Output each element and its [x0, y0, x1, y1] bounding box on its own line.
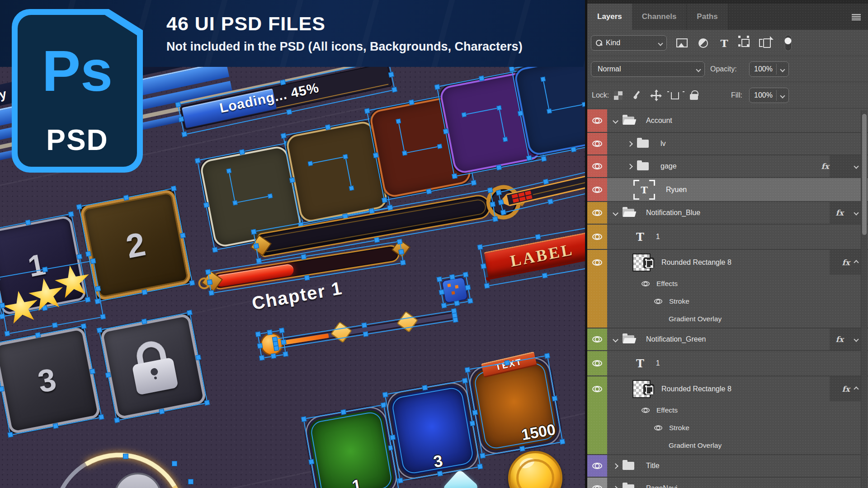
fx-toggle[interactable]: fx: [842, 376, 858, 401]
selection-handle[interactable]: [90, 369, 95, 375]
layer-row[interactable]: Title: [587, 454, 868, 477]
selection-handle[interactable]: [571, 146, 576, 152]
selection-handle[interactable]: [195, 355, 201, 361]
selection-handle[interactable]: [547, 198, 553, 204]
fx-toggle[interactable]: fx: [836, 202, 858, 224]
selection-handle[interactable]: [308, 459, 314, 465]
selection-handle[interactable]: [0, 386, 5, 392]
lock-image-pixels-button[interactable]: [632, 90, 642, 101]
filter-smart-objects-button[interactable]: [761, 37, 773, 49]
layer-color-visibility-cell[interactable]: [587, 250, 607, 275]
layer-row[interactable]: TRyuen: [587, 177, 868, 201]
layer-row-body[interactable]: TRyuen: [607, 178, 868, 201]
selection-handle[interactable]: [470, 421, 476, 427]
tab-layers[interactable]: Layers: [587, 4, 632, 30]
eye-icon[interactable]: [592, 117, 602, 124]
layer-row-body[interactable]: PageNavi: [607, 478, 868, 488]
eye-icon[interactable]: [592, 336, 602, 343]
selection-handle[interactable]: [467, 298, 473, 304]
layer-row-body[interactable]: Rounded Rectangle 8fx: [607, 376, 868, 401]
panel-menu-icon[interactable]: [852, 14, 861, 20]
selection-handle[interactable]: [462, 378, 468, 384]
selection-handle[interactable]: [159, 408, 165, 414]
selection-handle[interactable]: [544, 353, 550, 359]
layer-row[interactable]: T1: [587, 224, 868, 249]
selection-handle[interactable]: [535, 234, 541, 240]
selection-handle[interactable]: [99, 414, 104, 420]
item-slot-orange[interactable]: TEXT 1500: [468, 357, 561, 455]
selection-handle[interactable]: [212, 247, 218, 253]
level-button-3[interactable]: 3: [0, 326, 101, 434]
selection-handle[interactable]: [304, 275, 310, 281]
selection-handle[interactable]: [100, 314, 106, 320]
fx-toggle[interactable]: fx: [821, 155, 858, 177]
selection-handle[interactable]: [363, 331, 369, 337]
layer-color-visibility-cell[interactable]: [587, 310, 607, 328]
layer-color-visibility-cell[interactable]: [587, 419, 607, 436]
label-ribbon[interactable]: LABEL: [481, 227, 587, 286]
selection-handle[interactable]: [381, 402, 387, 408]
eye-icon[interactable]: [592, 463, 602, 469]
selection-handle[interactable]: [283, 351, 288, 357]
selection-handle[interactable]: [142, 319, 147, 324]
selection-handle[interactable]: [35, 332, 41, 338]
selection-handle[interactable]: [203, 202, 209, 208]
selection-handle[interactable]: [397, 478, 403, 483]
layer-row-body[interactable]: Stroke: [607, 292, 868, 310]
item-slot-green[interactable]: 1: [305, 406, 398, 488]
selection-handle[interactable]: [434, 84, 440, 90]
eye-icon[interactable]: [654, 299, 662, 304]
chevron-right-icon[interactable]: [613, 486, 618, 488]
selection-handle[interactable]: [452, 312, 458, 318]
layer-color-visibility-cell[interactable]: [587, 155, 607, 177]
selection-handle[interactable]: [560, 439, 566, 445]
selection-handle[interactable]: [271, 353, 277, 359]
selection-handle[interactable]: [453, 317, 458, 323]
lock-transparent-pixels-button[interactable]: [613, 90, 623, 101]
layer-row[interactable]: Notification_Greenfx: [587, 328, 868, 350]
eye-icon[interactable]: [592, 259, 602, 266]
layer-row[interactable]: T1: [587, 350, 868, 375]
layer-row-body[interactable]: Account: [607, 109, 868, 132]
selection-handle[interactable]: [496, 164, 502, 170]
selection-handle[interactable]: [286, 109, 292, 115]
selection-handle[interactable]: [25, 220, 31, 225]
layer-color-visibility-cell[interactable]: [587, 376, 607, 401]
layer-row-body[interactable]: T1: [607, 351, 868, 375]
chapter-progress-path[interactable]: [261, 301, 458, 360]
kind-filter-select[interactable]: Kind: [591, 35, 667, 51]
layer-list-scrollbar[interactable]: [861, 110, 867, 488]
eye-icon[interactable]: [592, 386, 602, 392]
layer-color-visibility-cell[interactable]: [587, 478, 607, 488]
lock-position-button[interactable]: [651, 90, 661, 101]
selection-handle[interactable]: [481, 263, 486, 269]
lock-all-button[interactable]: [689, 90, 699, 101]
chevron-down-icon[interactable]: [613, 118, 618, 124]
eye-icon[interactable]: [642, 408, 650, 413]
opacity-input[interactable]: 100%: [749, 61, 789, 77]
chapter-start-node[interactable]: [259, 331, 285, 357]
selection-handle[interactable]: [189, 280, 195, 286]
chevron-down-icon[interactable]: [854, 337, 859, 342]
selection-handle[interactable]: [5, 331, 10, 337]
selection-handle[interactable]: [437, 471, 443, 477]
filter-shape-layers-button[interactable]: [740, 37, 751, 49]
selection-handle[interactable]: [68, 211, 74, 217]
selection-handle[interactable]: [449, 274, 455, 280]
layer-row-body[interactable]: T1: [607, 225, 868, 249]
eye-icon[interactable]: [592, 360, 602, 366]
chapter-waypoint[interactable]: [396, 311, 418, 332]
eye-icon[interactable]: [654, 425, 662, 430]
selection-handle[interactable]: [188, 479, 193, 484]
locked-level-button[interactable]: [100, 313, 207, 420]
chevron-down-icon[interactable]: [854, 210, 859, 215]
selection-handle[interactable]: [392, 87, 397, 93]
fill-input[interactable]: 100%: [749, 88, 789, 103]
selection-handle[interactable]: [542, 273, 548, 279]
selection-handle[interactable]: [281, 133, 287, 139]
selection-handle[interactable]: [480, 453, 486, 459]
selection-handle[interactable]: [439, 289, 444, 295]
selection-handle[interactable]: [361, 322, 367, 328]
layer-row[interactable]: Gradient Overlay: [587, 436, 868, 454]
selection-handle[interactable]: [340, 409, 346, 415]
